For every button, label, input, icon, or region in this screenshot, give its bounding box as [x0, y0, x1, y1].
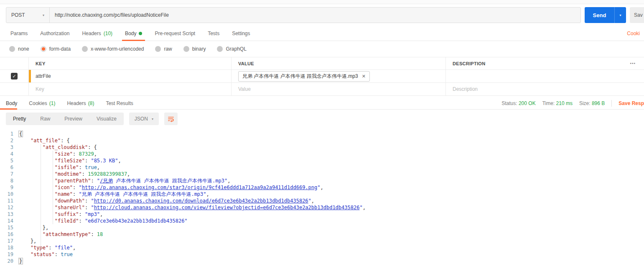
tab-pre-request-script[interactable]: Pre-request Script [148, 26, 201, 41]
json-token: 卢本伟牛逼 卢本伟牛逼 跟我念卢本伟牛逼.mp3" [113, 178, 227, 184]
row-actions-cell [624, 83, 644, 95]
headers-count: (10) [104, 31, 112, 36]
code-text: "attachmentType": 18 [18, 231, 644, 238]
json-token: " [359, 205, 362, 210]
line-number: 10 [0, 191, 18, 197]
json-token: " [91, 198, 94, 204]
chevron-down-icon: ▾ [619, 13, 621, 17]
view-visualize[interactable]: Visualize [89, 113, 124, 125]
request-bar: POST ▾ http://notice.chaoxing.com/pc/fil… [0, 4, 644, 26]
code-text: "shareUrl": "http://cloud.ananas.chaoxin… [18, 204, 644, 211]
row-actions-cell [624, 70, 644, 82]
code-line: 3 "att_clouddisk": { [0, 144, 644, 151]
response-meta: Status: 200 OK Time: 210 ms Size: 896 B … [501, 97, 644, 109]
code-text: "type": "file", [18, 244, 644, 251]
value-cell[interactable]: 兄弟 卢本伟牛逼 卢本伟牛逼 跟我念卢本伟牛逼.mp3 ✕ [231, 70, 445, 82]
radio-icon [183, 46, 189, 52]
json-token: "type" [31, 245, 48, 251]
json-token: " [97, 178, 100, 184]
save-request-button[interactable]: Sav [630, 7, 644, 23]
json-token [18, 231, 43, 237]
response-tab-headers[interactable]: Headers (8) [61, 97, 100, 109]
key-column-header: KEY [28, 57, 231, 69]
mode-binary[interactable]: binary [183, 46, 206, 52]
json-token: , [227, 178, 230, 184]
json-link[interactable]: http://d0.ananas.chaoxing.com/download/e… [94, 198, 308, 204]
json-token: " [79, 185, 82, 190]
send-options-button[interactable]: ▾ [614, 7, 626, 23]
json-token: "fileSize" [55, 158, 85, 164]
mode-none[interactable]: none [9, 46, 29, 52]
view-preview[interactable]: Preview [57, 113, 89, 125]
code-text: } [18, 258, 644, 264]
file-chip-name: 兄弟 卢本伟牛逼 卢本伟牛逼 跟我念卢本伟牛逼.mp3 [242, 73, 358, 80]
json-token [18, 251, 31, 257]
tab-headers[interactable]: Headers (10) [76, 26, 119, 41]
line-number: 18 [0, 244, 18, 251]
tab-tests[interactable]: Tests [201, 26, 226, 41]
json-link[interactable]: /兄弟 [100, 178, 113, 184]
json-token: 18 [97, 231, 103, 237]
key-cell[interactable]: attrFile [28, 70, 231, 82]
code-line: 4 "size": 87329, [0, 151, 644, 157]
send-button[interactable]: Send [585, 7, 614, 23]
key-input[interactable]: Key [28, 83, 231, 95]
view-raw[interactable]: Raw [33, 113, 57, 125]
description-cell[interactable] [445, 70, 624, 82]
json-token: , [311, 198, 314, 204]
mode-x-www-form-urlencoded[interactable]: x-www-form-urlencoded [82, 46, 144, 52]
remove-file-icon[interactable]: ✕ [362, 74, 366, 79]
cookies-link[interactable]: Cooki [627, 26, 640, 41]
json-token: "modtime" [55, 171, 82, 177]
body-has-content-dot [139, 32, 142, 35]
tab-authorization[interactable]: Authorization [34, 26, 76, 41]
code-line: 11 "downPath": "http://d0.ananas.chaoxin… [0, 197, 644, 204]
tab-params[interactable]: Params [4, 26, 34, 41]
response-tab-body[interactable]: Body [0, 97, 23, 109]
json-token: , [73, 245, 76, 251]
code-text: "icon": "http://p.ananas.chaoxing.com/st… [18, 184, 644, 191]
code-line: 7 "modtime": 1592882399837, [0, 171, 644, 177]
json-token [18, 205, 55, 210]
tab-settings[interactable]: Settings [226, 26, 256, 41]
line-number: 11 [0, 197, 18, 204]
json-link[interactable]: http://p.ananas.chaoxing.com/star3/origi… [82, 185, 318, 190]
description-input[interactable]: Description [445, 83, 624, 95]
json-link[interactable]: http://cloud.ananas.chaoxing.com/view/fi… [94, 205, 360, 210]
line-number: 14 [0, 218, 18, 224]
response-tab-cookies[interactable]: Cookies (1) [23, 97, 61, 109]
json-token: , [127, 171, 130, 177]
json-token: : [91, 178, 97, 184]
json-token [18, 185, 55, 190]
json-token: " [308, 198, 311, 204]
mode-form-data[interactable]: form-data [41, 46, 71, 52]
json-token: : [79, 164, 85, 170]
language-select[interactable]: JSON ▾ [129, 113, 159, 125]
wrap-lines-button[interactable] [164, 113, 178, 125]
value-input[interactable]: Value [231, 83, 445, 95]
file-chip: 兄弟 卢本伟牛逼 卢本伟牛逼 跟我念卢本伟牛逼.mp3 ✕ [238, 71, 370, 82]
description-column-header: DESCRIPTION [445, 57, 624, 69]
code-line: 15 }, [0, 224, 644, 231]
more-options-icon[interactable]: ••• [630, 61, 636, 66]
json-token: "downPath" [55, 198, 85, 204]
table-header-row: KEY VALUE DESCRIPTION ••• Bulk [0, 57, 644, 70]
indent-guide [41, 144, 41, 258]
mode-graphql[interactable]: GraphQL [217, 46, 246, 52]
method-select[interactable]: POST ▾ [6, 8, 50, 23]
response-tab-test-results[interactable]: Test Results [100, 97, 139, 109]
tab-body[interactable]: Body [119, 26, 148, 41]
view-pretty[interactable]: Pretty [6, 113, 33, 125]
json-token: "status" [31, 251, 55, 257]
mode-raw[interactable]: raw [155, 46, 172, 52]
row-checkbox-checked[interactable]: ✓ [11, 73, 18, 80]
code-line: 19 "status": true [0, 251, 644, 258]
save-response-button[interactable]: Save Resp [619, 100, 644, 106]
json-token: : [91, 231, 97, 237]
json-token [18, 218, 55, 224]
code-text: }, [18, 224, 644, 231]
line-number: 12 [0, 204, 18, 211]
json-token: : [73, 151, 79, 157]
url-input[interactable]: http://notice.chaoxing.com/pc/files/uplo… [50, 8, 580, 23]
chevron-down-icon: ▾ [152, 117, 153, 121]
